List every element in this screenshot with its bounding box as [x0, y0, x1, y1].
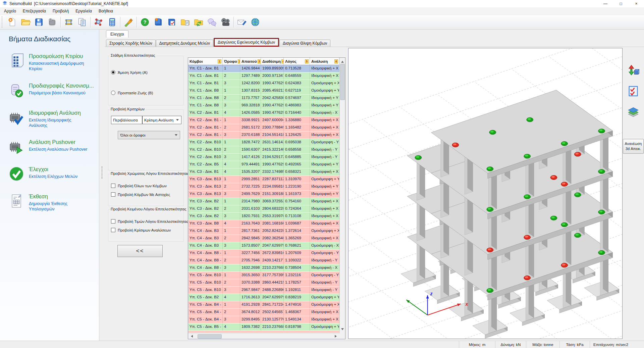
new-file-icon[interactable] [5, 16, 19, 29]
panel-splitter[interactable] [99, 30, 105, 341]
collapse-panel-button[interactable]: << [117, 245, 163, 257]
chevron-down-icon[interactable] [175, 134, 177, 136]
step-subtitle[interactable]: Εκτέλεση Ελέγχων Μελών [29, 174, 77, 179]
maximize-button[interactable]: □ [613, 0, 629, 7]
checkbox-show-failed-joints[interactable]: Προβολή Κόμβων Με Αστοχίες [111, 192, 181, 197]
layers-icon[interactable] [627, 105, 640, 118]
refresh-model-icon[interactable] [627, 64, 640, 77]
tab-checks[interactable]: Ελεγχοι [106, 30, 128, 38]
table-row[interactable]: Υπ. C1 - Δοκ. B111426.98441999.8993090.7… [188, 65, 339, 72]
table-row[interactable]: Υπ. C3 - Δοκ. B231820.79312553.3199700.7… [188, 213, 339, 220]
step-subtitle[interactable]: Παράμετροι βάσει Κανονισμού [29, 90, 89, 96]
table-row[interactable]: Υπ. C5 - Δοκ. B241716.36132047.6299790.8… [188, 294, 339, 301]
step-subtitle[interactable]: Κατασκευαστική Διαμόρφωση Κτιρίου [29, 61, 89, 72]
forum-icon[interactable] [205, 16, 219, 29]
horizontal-scroll-thumb[interactable] [198, 334, 222, 339]
table-row[interactable]: Υπ. C2 - Δοκ. B54979.444911990.4776290.4… [188, 161, 339, 168]
table-row[interactable]: Υπ. C2 - Δοκ. B1031417.41262194.5291720.… [188, 154, 339, 161]
scroll-up-icon[interactable] [341, 59, 344, 63]
scroll-left-icon[interactable] [190, 335, 193, 338]
step-subtitle[interactable]: Δημιουργία Έκθεσης Υπολογισμών [29, 201, 89, 212]
model-3d-icon[interactable] [92, 16, 105, 29]
menu-file[interactable]: Αρχείο [1, 8, 19, 14]
save-icon[interactable] [32, 16, 46, 29]
table-row[interactable]: Υπ. C3 - Δοκ. B141535.32072332.1749850.6… [188, 168, 339, 176]
table-row[interactable]: Υπ. C3 - Δοκ. B212314.79803069.3725520.7… [188, 198, 339, 205]
frame-view-icon[interactable] [62, 16, 75, 29]
checkbox-show-critical-analyses[interactable]: Προβολή Κρίσιμων Αναλύσεων [111, 228, 181, 232]
model-3d-canvas[interactable]: zx [348, 48, 623, 339]
folder-sync-icon[interactable] [192, 16, 205, 29]
building-3d-model[interactable]: zx [348, 48, 622, 339]
table-row[interactable]: Υπ. C3 - Δοκ. B842163.76432081.1681661.0… [188, 220, 339, 228]
video-icon[interactable] [219, 16, 232, 29]
checkbox-icon[interactable] [111, 184, 115, 188]
menu-edit[interactable]: Επεξεργασία [19, 8, 49, 14]
website-icon[interactable] [249, 16, 262, 29]
refresh-3d-button[interactable]: Ανανέωση 3d Απεικ. [623, 139, 644, 154]
table-row[interactable]: Υπ. C3 - Δοκ. B1332499.76292151.3091881.… [188, 191, 339, 198]
checkbox-show-all-joints[interactable]: Προβολή Όλων των Κόμβων [111, 184, 181, 188]
splitter-handle-icon[interactable] [102, 166, 102, 179]
sidebar-step-code-scroll[interactable]: Προδιαγραφές Κανονισμ...Παράμετροι βάσει… [9, 83, 99, 99]
processor-icon[interactable] [46, 16, 59, 29]
envelope-value-dropdown[interactable]: Κρίσιμη Ανάλυση [142, 116, 176, 124]
menu-view[interactable]: Προβολή [49, 8, 72, 14]
subtab-0[interactable]: Στροφές Χορδής Μελών [106, 40, 156, 47]
table-row[interactable]: Υπ. C4 - Δοκ. B312817.73612052.8242281.3… [188, 228, 339, 235]
vertical-scroll-thumb[interactable] [340, 64, 345, 100]
table-row[interactable]: Υπ. C5 - Δοκ. B10 -23370.33882860.444215… [188, 279, 339, 287]
sidebar-step-report[interactable]: ΈκθεσηΔημιουργία Έκθεσης Υπολογισμών [9, 193, 99, 212]
checkbox-icon[interactable] [111, 192, 115, 197]
table-row[interactable]: Υπ. C1 - Δοκ. B811307.83152085.4592120.6… [188, 87, 339, 95]
subtab-2[interactable]: Διαγώνιος Εφελκυσμός Κόμβων [214, 38, 279, 47]
minimize-button[interactable]: — [598, 0, 613, 7]
checkbox-icon[interactable] [111, 228, 115, 232]
checkbox-icon[interactable] [111, 219, 115, 223]
table-row[interactable]: Υπ. C2 - Δοκ. B1 -32370.61882104.5514181… [188, 132, 339, 139]
folder-report-icon[interactable] [178, 16, 192, 29]
sidebar-step-checks[interactable]: ΈλεγχοιΕκτέλεση Ελέγχων Μελών [9, 166, 99, 183]
step-title[interactable]: Προσομοίωση Κτιρίου [29, 53, 89, 59]
step-title[interactable]: Ιδιομορφική Ανάλυση [29, 110, 89, 116]
step-title[interactable]: Έλεγχοι [29, 166, 77, 172]
sidebar-step-eigen-analysis[interactable]: Ιδιομορφική ΑνάλυσηΕκτέλεση Ιδιομορφικής… [9, 110, 99, 129]
table-row[interactable]: Υπ. C5 - Δοκ. B10 -32967.98472488.226896… [188, 287, 339, 294]
table-row[interactable]: Υπ. C3 - Δοκ. B1312999.28512287.8371121.… [188, 176, 339, 183]
table-row[interactable]: Υπ. C3 - Δοκ. B1322732.72252234.0958181.… [188, 183, 339, 191]
table-row[interactable]: Υπ. C2 - Δοκ. B1 -13338.99212497.6000941… [188, 117, 339, 124]
paint-brush-icon[interactable] [122, 16, 135, 29]
checkbox-show-ratio-values[interactable]: Προβολή Τιμών Λόγου Επιτελεστικότητας [111, 219, 181, 223]
table-row[interactable]: Υπ. C4 - Δοκ. B8 -13227.74562672.8398161… [188, 250, 339, 257]
report-doc-icon[interactable] [75, 16, 89, 29]
horizontal-scrollbar[interactable] [188, 333, 339, 339]
table-row[interactable]: Υπ. C5 - Δοκ. B4 -14191.29282841.7172341… [188, 301, 339, 309]
subtab-3[interactable]: Διαγώνια Θλιψη Κόμβων [279, 40, 330, 47]
menu-tools[interactable]: Εργαλεία [72, 8, 95, 14]
checklist-icon[interactable] [627, 85, 640, 97]
table-row[interactable]: Υπ. C4 - Δοκ. B322842.98452082.3625481.3… [188, 235, 339, 242]
table-row[interactable]: Υπ. C5 - Δοκ. B4 -23674.80122502.6456571… [188, 309, 339, 316]
radio-unchecked-icon[interactable] [111, 91, 115, 95]
table-row[interactable]: Υπ. C2 - Δοκ. B1021590.63072415.3221400.… [188, 146, 339, 154]
radio-checked-icon[interactable] [111, 70, 115, 74]
help-icon[interactable]: ? [138, 16, 152, 29]
radio-life-safety[interactable]: Προστασία Ζωής (B) [111, 91, 181, 95]
column-header-storey[interactable]: Όροφο2 [223, 58, 240, 65]
column-header-analysis[interactable]: Ανάλυση6 [310, 58, 339, 65]
table-row[interactable]: Υπ. C5 - Δοκ. B10 -13915.36503177.757395… [188, 272, 339, 279]
subtab-1[interactable]: Διατμητικές Δυνάμεις Μελών [156, 40, 213, 47]
open-project-icon[interactable] [19, 16, 32, 29]
calculator-icon[interactable] [105, 16, 119, 29]
table-row[interactable]: Υπ. C5 - Δοκ. B5 -41809.73822210.2376680… [188, 324, 339, 331]
scroll-right-icon[interactable] [335, 335, 338, 338]
table-row[interactable]: Υπ. C2 - Δοκ. B1 -22681.51722300.7788491… [188, 124, 339, 132]
table-row[interactable]: Υπ. C4 - Δοκ. B8 -31632.26982210.2376680… [188, 264, 339, 272]
table-row[interactable]: Υπ. C1 - Δοκ. B821173.77572042.4258300.5… [188, 95, 339, 102]
vertical-scrollbar[interactable] [339, 58, 345, 333]
column-header-joints[interactable]: Κόμβοι1 [188, 58, 223, 65]
table-row[interactable]: Υπ. C3 - Δοκ. B222031.61032804.6832280.7… [188, 205, 339, 213]
step-subtitle[interactable]: Εκτέλεση Αναλύσεων Pushover [29, 147, 87, 152]
envelope-criteria-row[interactable]: Περιβάλλουσα Κρίσιμη Ανάλυση [111, 116, 181, 124]
column-header-available[interactable]: Διαθέσιμη4 [261, 58, 284, 65]
